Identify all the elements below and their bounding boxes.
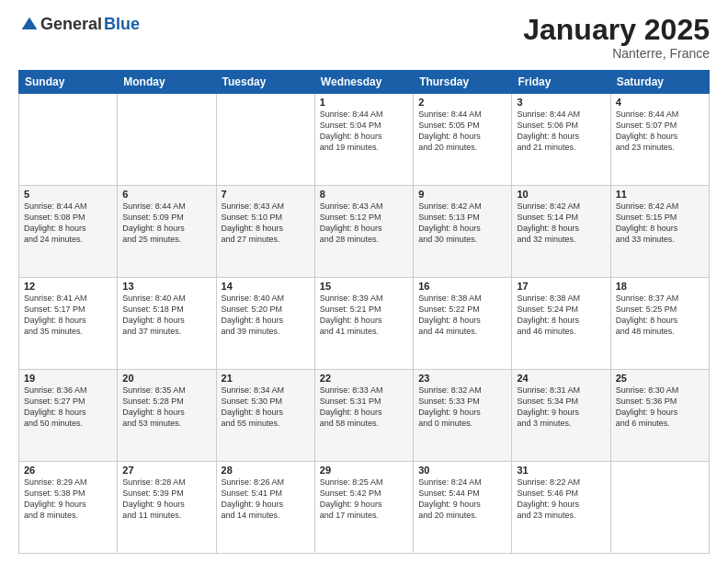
day-info: Sunrise: 8:37 AM Sunset: 5:25 PM Dayligh… xyxy=(616,293,704,338)
calendar-cell: 14Sunrise: 8:40 AM Sunset: 5:20 PM Dayli… xyxy=(216,278,314,370)
day-number: 5 xyxy=(24,189,112,200)
logo-icon xyxy=(20,16,39,34)
col-wednesday: Wednesday xyxy=(314,71,413,94)
day-info: Sunrise: 8:40 AM Sunset: 5:18 PM Dayligh… xyxy=(122,293,210,338)
day-info: Sunrise: 8:41 AM Sunset: 5:17 PM Dayligh… xyxy=(24,293,112,338)
day-number: 2 xyxy=(418,97,506,108)
calendar-cell xyxy=(118,94,216,186)
calendar-cell: 26Sunrise: 8:29 AM Sunset: 5:38 PM Dayli… xyxy=(19,462,118,554)
svg-marker-0 xyxy=(22,17,38,29)
calendar-cell: 27Sunrise: 8:28 AM Sunset: 5:39 PM Dayli… xyxy=(118,462,216,554)
col-monday: Monday xyxy=(118,71,216,94)
calendar-cell: 17Sunrise: 8:38 AM Sunset: 5:24 PM Dayli… xyxy=(512,278,610,370)
calendar-header-row: Sunday Monday Tuesday Wednesday Thursday… xyxy=(19,71,710,94)
page: General Blue January 2025 Nanterre, Fran… xyxy=(0,0,728,563)
day-number: 11 xyxy=(616,189,704,200)
header: General Blue January 2025 Nanterre, Fran… xyxy=(18,15,710,61)
calendar-cell: 2Sunrise: 8:44 AM Sunset: 5:05 PM Daylig… xyxy=(414,94,512,186)
day-number: 31 xyxy=(517,465,605,476)
day-number: 4 xyxy=(616,97,704,108)
calendar-cell: 4Sunrise: 8:44 AM Sunset: 5:07 PM Daylig… xyxy=(610,94,709,186)
day-number: 18 xyxy=(616,281,704,292)
day-number: 16 xyxy=(418,281,506,292)
day-number: 8 xyxy=(320,189,408,200)
day-info: Sunrise: 8:36 AM Sunset: 5:27 PM Dayligh… xyxy=(24,385,112,430)
week-row-2: 12Sunrise: 8:41 AM Sunset: 5:17 PM Dayli… xyxy=(19,278,710,370)
day-info: Sunrise: 8:28 AM Sunset: 5:39 PM Dayligh… xyxy=(122,477,210,522)
day-number: 3 xyxy=(517,97,605,108)
col-tuesday: Tuesday xyxy=(216,71,314,94)
day-number: 25 xyxy=(616,373,704,384)
calendar-cell: 24Sunrise: 8:31 AM Sunset: 5:34 PM Dayli… xyxy=(512,370,610,462)
location-subtitle: Nanterre, France xyxy=(523,46,710,61)
day-info: Sunrise: 8:31 AM Sunset: 5:34 PM Dayligh… xyxy=(517,385,605,430)
day-info: Sunrise: 8:33 AM Sunset: 5:31 PM Dayligh… xyxy=(320,385,408,430)
calendar: Sunday Monday Tuesday Wednesday Thursday… xyxy=(18,70,710,554)
day-info: Sunrise: 8:38 AM Sunset: 5:24 PM Dayligh… xyxy=(517,293,605,338)
calendar-cell: 11Sunrise: 8:42 AM Sunset: 5:15 PM Dayli… xyxy=(610,186,709,278)
day-info: Sunrise: 8:44 AM Sunset: 5:07 PM Dayligh… xyxy=(616,109,704,154)
calendar-cell: 31Sunrise: 8:22 AM Sunset: 5:46 PM Dayli… xyxy=(512,462,610,554)
day-info: Sunrise: 8:42 AM Sunset: 5:14 PM Dayligh… xyxy=(517,201,605,246)
day-number: 12 xyxy=(24,281,112,292)
day-info: Sunrise: 8:24 AM Sunset: 5:44 PM Dayligh… xyxy=(418,477,506,522)
day-info: Sunrise: 8:42 AM Sunset: 5:15 PM Dayligh… xyxy=(616,201,704,246)
calendar-cell: 8Sunrise: 8:43 AM Sunset: 5:12 PM Daylig… xyxy=(314,186,413,278)
day-info: Sunrise: 8:44 AM Sunset: 5:05 PM Dayligh… xyxy=(418,109,506,154)
day-number: 30 xyxy=(418,465,506,476)
day-number: 23 xyxy=(418,373,506,384)
calendar-cell: 12Sunrise: 8:41 AM Sunset: 5:17 PM Dayli… xyxy=(19,278,118,370)
day-info: Sunrise: 8:40 AM Sunset: 5:20 PM Dayligh… xyxy=(222,293,310,338)
day-number: 29 xyxy=(320,465,408,476)
day-number: 26 xyxy=(24,465,112,476)
month-title: January 2025 xyxy=(523,15,710,44)
col-friday: Friday xyxy=(512,71,610,94)
day-info: Sunrise: 8:42 AM Sunset: 5:13 PM Dayligh… xyxy=(418,201,506,246)
day-number: 27 xyxy=(122,465,210,476)
calendar-cell: 6Sunrise: 8:44 AM Sunset: 5:09 PM Daylig… xyxy=(118,186,216,278)
calendar-cell: 19Sunrise: 8:36 AM Sunset: 5:27 PM Dayli… xyxy=(19,370,118,462)
calendar-cell: 15Sunrise: 8:39 AM Sunset: 5:21 PM Dayli… xyxy=(314,278,413,370)
day-number: 7 xyxy=(222,189,310,200)
col-thursday: Thursday xyxy=(414,71,512,94)
calendar-cell: 10Sunrise: 8:42 AM Sunset: 5:14 PM Dayli… xyxy=(512,186,610,278)
logo-general-text: General xyxy=(40,15,102,34)
day-info: Sunrise: 8:32 AM Sunset: 5:33 PM Dayligh… xyxy=(418,385,506,430)
day-info: Sunrise: 8:43 AM Sunset: 5:10 PM Dayligh… xyxy=(222,201,310,246)
calendar-cell: 25Sunrise: 8:30 AM Sunset: 5:36 PM Dayli… xyxy=(610,370,709,462)
calendar-cell: 22Sunrise: 8:33 AM Sunset: 5:31 PM Dayli… xyxy=(314,370,413,462)
calendar-cell: 13Sunrise: 8:40 AM Sunset: 5:18 PM Dayli… xyxy=(118,278,216,370)
week-row-4: 26Sunrise: 8:29 AM Sunset: 5:38 PM Dayli… xyxy=(19,462,710,554)
week-row-3: 19Sunrise: 8:36 AM Sunset: 5:27 PM Dayli… xyxy=(19,370,710,462)
day-number: 14 xyxy=(222,281,310,292)
day-number: 10 xyxy=(517,189,605,200)
day-info: Sunrise: 8:25 AM Sunset: 5:42 PM Dayligh… xyxy=(320,477,408,522)
calendar-cell: 5Sunrise: 8:44 AM Sunset: 5:08 PM Daylig… xyxy=(19,186,118,278)
day-info: Sunrise: 8:39 AM Sunset: 5:21 PM Dayligh… xyxy=(320,293,408,338)
day-number: 17 xyxy=(517,281,605,292)
calendar-cell xyxy=(610,462,709,554)
day-info: Sunrise: 8:44 AM Sunset: 5:06 PM Dayligh… xyxy=(517,109,605,154)
day-number: 13 xyxy=(122,281,210,292)
calendar-cell: 9Sunrise: 8:42 AM Sunset: 5:13 PM Daylig… xyxy=(414,186,512,278)
day-number: 20 xyxy=(122,373,210,384)
calendar-cell: 1Sunrise: 8:44 AM Sunset: 5:04 PM Daylig… xyxy=(314,94,413,186)
day-number: 15 xyxy=(320,281,408,292)
day-info: Sunrise: 8:43 AM Sunset: 5:12 PM Dayligh… xyxy=(320,201,408,246)
week-row-1: 5Sunrise: 8:44 AM Sunset: 5:08 PM Daylig… xyxy=(19,186,710,278)
day-info: Sunrise: 8:26 AM Sunset: 5:41 PM Dayligh… xyxy=(222,477,310,522)
col-sunday: Sunday xyxy=(19,71,118,94)
day-info: Sunrise: 8:44 AM Sunset: 5:08 PM Dayligh… xyxy=(24,201,112,246)
day-info: Sunrise: 8:44 AM Sunset: 5:09 PM Dayligh… xyxy=(122,201,210,246)
day-info: Sunrise: 8:38 AM Sunset: 5:22 PM Dayligh… xyxy=(418,293,506,338)
calendar-cell xyxy=(19,94,118,186)
calendar-cell xyxy=(216,94,314,186)
day-info: Sunrise: 8:34 AM Sunset: 5:30 PM Dayligh… xyxy=(222,385,310,430)
calendar-cell: 23Sunrise: 8:32 AM Sunset: 5:33 PM Dayli… xyxy=(414,370,512,462)
week-row-0: 1Sunrise: 8:44 AM Sunset: 5:04 PM Daylig… xyxy=(19,94,710,186)
calendar-cell: 3Sunrise: 8:44 AM Sunset: 5:06 PM Daylig… xyxy=(512,94,610,186)
day-number: 6 xyxy=(122,189,210,200)
day-info: Sunrise: 8:22 AM Sunset: 5:46 PM Dayligh… xyxy=(517,477,605,522)
day-info: Sunrise: 8:30 AM Sunset: 5:36 PM Dayligh… xyxy=(616,385,704,430)
day-info: Sunrise: 8:29 AM Sunset: 5:38 PM Dayligh… xyxy=(24,477,112,522)
